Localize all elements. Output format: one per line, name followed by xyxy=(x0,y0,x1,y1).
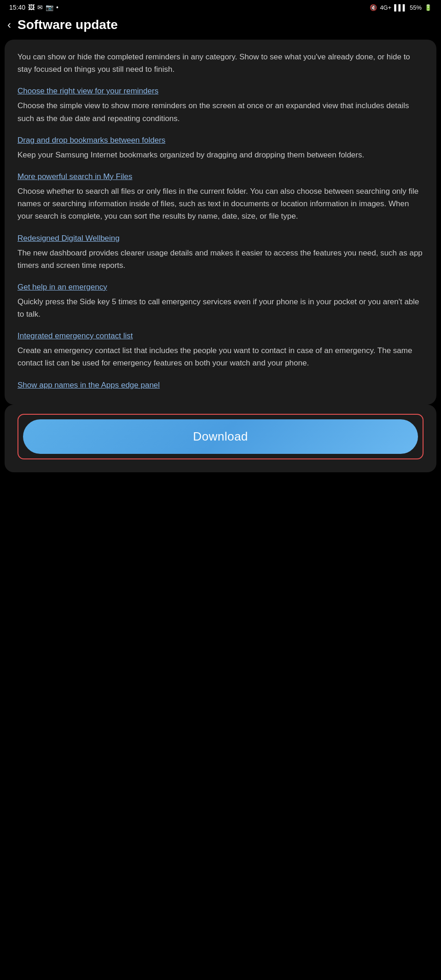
section-body-5: Create an emergency contact list that in… xyxy=(17,344,424,369)
gallery-icon: 🖼 xyxy=(28,4,35,11)
mute-icon: 🔇 xyxy=(370,4,377,11)
section-body-4: Quickly press the Side key 5 times to ca… xyxy=(17,296,424,320)
email-icon: ✉ xyxy=(37,4,43,11)
battery-icon: 🔋 xyxy=(424,4,432,11)
intro-text: You can show or hide the completed remin… xyxy=(17,51,424,75)
network-bars-icon: ▌▌▌ xyxy=(394,4,407,11)
download-button[interactable]: Download xyxy=(23,419,418,454)
signal-label: 4G+ xyxy=(380,4,391,11)
section-body-0: Choose the simple view to show more remi… xyxy=(17,99,424,124)
download-wrapper: Download xyxy=(17,414,424,459)
download-area: Download xyxy=(5,405,436,472)
section-link-0[interactable]: Choose the right view for your reminders xyxy=(17,87,424,96)
back-button[interactable]: ‹ xyxy=(7,18,11,31)
instagram-icon: 📷 xyxy=(46,4,53,11)
section-body-3: The new dashboard provides clearer usage… xyxy=(17,247,424,272)
section-body-1: Keep your Samsung Internet bookmarks org… xyxy=(17,149,424,161)
section-link-1[interactable]: Drag and drop bookmarks between folders xyxy=(17,136,424,145)
content-card: You can show or hide the completed remin… xyxy=(5,40,436,405)
time-display: 15:40 xyxy=(9,4,25,11)
section-link-2[interactable]: More powerful search in My Files xyxy=(17,172,424,181)
section-link-5[interactable]: Integrated emergency contact list xyxy=(17,331,424,341)
section-link-3[interactable]: Redesigned Digital Wellbeing xyxy=(17,234,424,243)
section-body-2: Choose whether to search all files or on… xyxy=(17,185,424,223)
dot-icon: • xyxy=(56,4,58,11)
status-bar: 15:40 🖼 ✉ 📷 • 🔇 4G+ ▌▌▌ 55% 🔋 xyxy=(0,0,441,13)
status-left: 15:40 🖼 ✉ 📷 • xyxy=(9,4,58,11)
page-header: ‹ Software update xyxy=(0,13,441,40)
section-link-4[interactable]: Get help in an emergency xyxy=(17,283,424,292)
page-title: Software update xyxy=(17,17,118,32)
section-link-6[interactable]: Show app names in the Apps edge panel xyxy=(17,381,424,390)
battery-label: 55% xyxy=(410,4,422,11)
status-right: 🔇 4G+ ▌▌▌ 55% 🔋 xyxy=(370,4,432,11)
